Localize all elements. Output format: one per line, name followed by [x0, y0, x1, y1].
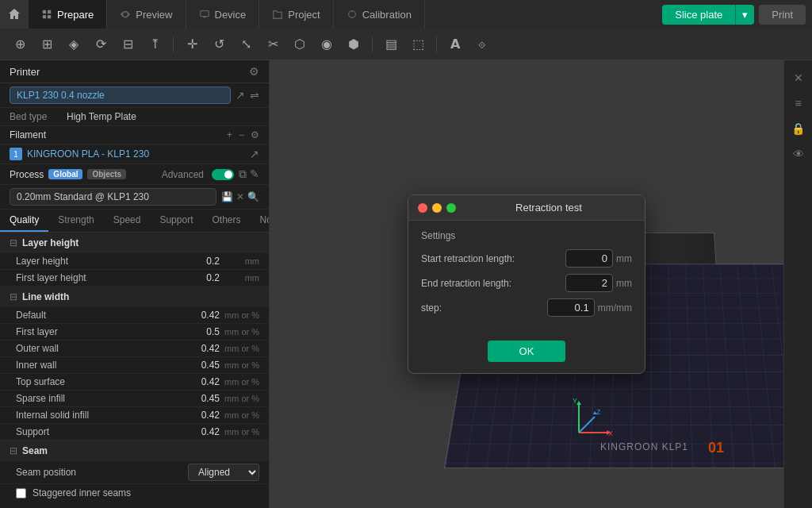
quality-tabs: Quality Strength Speed Support Others No…	[0, 210, 269, 233]
process-copy-icon[interactable]: ⧉	[239, 167, 247, 181]
sparse-infill-lw-value[interactable]: 0.45	[172, 393, 220, 404]
rp-close-icon[interactable]: ✕	[787, 67, 810, 89]
start-retraction-input[interactable]	[565, 249, 613, 267]
tab-quality[interactable]: Quality	[0, 210, 48, 232]
preset-close-icon[interactable]: ✕	[236, 191, 244, 202]
support-icon[interactable]: ⤒	[143, 33, 167, 56]
outer-wall-lw-value[interactable]: 0.42	[172, 343, 220, 354]
rp-lock-icon[interactable]: 🔒	[787, 117, 810, 140]
tab-prepare[interactable]: Prepare	[29, 0, 107, 29]
wireframe-icon[interactable]: ⬚	[406, 33, 430, 56]
seam-position-select[interactable]: Aligned Rear Random Nearest	[188, 464, 259, 481]
tab-others[interactable]: Others	[202, 210, 250, 232]
outer-wall-lw-row: Outer wall 0.42 mm or %	[0, 341, 269, 357]
tab-preview[interactable]: Preview	[107, 0, 186, 29]
advanced-toggle[interactable]	[212, 169, 234, 180]
layer-height-group-header: ⊟ Layer height	[0, 233, 269, 253]
end-retraction-input[interactable]	[565, 274, 613, 292]
filament-remove-icon[interactable]: −	[239, 129, 244, 140]
preset-save-icon[interactable]: 💾	[221, 191, 233, 202]
default-lw-value[interactable]: 0.42	[172, 310, 220, 321]
internal-solid-lw-value[interactable]: 0.42	[172, 410, 220, 421]
tab-calibration[interactable]: Calibration	[334, 0, 425, 29]
layer-view-icon[interactable]: ▤	[379, 33, 403, 56]
scale-icon[interactable]: ⤡	[234, 33, 258, 56]
start-retraction-row: Start retraction length: mm	[421, 249, 632, 267]
home-button[interactable]	[0, 0, 29, 29]
minimize-traffic-light[interactable]	[432, 203, 442, 213]
layer-height-group-icon: ⊟	[10, 237, 17, 248]
settings-scroll[interactable]: ⊟ Layer height Layer height 0.2 mm First…	[0, 233, 269, 508]
tab-notes[interactable]: Notes	[250, 210, 270, 232]
start-retraction-input-group: mm	[565, 249, 632, 267]
step-input[interactable]	[547, 298, 595, 317]
filament-add-icon[interactable]: +	[227, 129, 232, 140]
filament-link-icon[interactable]: ↗	[250, 148, 259, 160]
tab-support[interactable]: Support	[150, 210, 202, 232]
slice-plate-button[interactable]: Slice plate	[662, 5, 735, 25]
inner-wall-lw-value[interactable]: 0.45	[172, 360, 220, 371]
preset-search-icon[interactable]: 🔍	[247, 191, 259, 202]
first-layer-lw-value[interactable]: 0.5	[172, 326, 220, 337]
support-lw-unit: mm or %	[220, 427, 259, 437]
ok-button[interactable]: OK	[488, 341, 566, 362]
close-traffic-light[interactable]	[418, 203, 427, 213]
rp-layers-icon[interactable]: ≡	[787, 92, 810, 114]
layer-height-unit: mm	[220, 256, 259, 266]
first-layer-lw-label: First layer	[16, 326, 172, 337]
top-surface-lw-value[interactable]: 0.42	[172, 376, 220, 387]
support-lw-value[interactable]: 0.42	[172, 426, 220, 437]
printer-link-icon[interactable]: ↗	[236, 89, 245, 102]
seam-group-icon: ⊟	[10, 445, 17, 456]
printer-name-field[interactable]: KLP1 230 0.4 nozzle	[10, 87, 231, 104]
rp-eye-icon[interactable]: 👁	[787, 143, 810, 165]
global-badge[interactable]: Global	[48, 169, 82, 179]
seam-icon[interactable]: ◉	[315, 33, 339, 56]
viewport[interactable]: X Y Z KINGROON KLP1 01 R	[270, 60, 783, 508]
filament-actions: + − ⚙	[227, 129, 259, 140]
tab-project[interactable]: Project	[259, 0, 333, 29]
sparse-infill-lw-row: Sparse infill 0.45 mm or %	[0, 391, 269, 407]
staggered-seams-checkbox[interactable]	[16, 488, 26, 498]
rotate-icon[interactable]: ↺	[207, 33, 231, 56]
inner-wall-lw-unit: mm or %	[220, 360, 259, 370]
internal-solid-lw-unit: mm or %	[220, 410, 259, 420]
first-layer-height-value[interactable]: 0.2	[172, 272, 220, 283]
cut-icon[interactable]: ✂	[261, 33, 285, 56]
move-icon[interactable]: ✛	[180, 33, 204, 56]
filament-name[interactable]: KINGROON PLA - KLP1 230	[27, 148, 250, 160]
tab-strength[interactable]: Strength	[48, 210, 103, 232]
support-paint-icon[interactable]: ⬢	[342, 33, 366, 56]
paint-icon[interactable]: ⬡	[288, 33, 312, 56]
maximize-traffic-light[interactable]	[446, 203, 456, 213]
left-sidebar: Printer ⚙ KLP1 230 0.4 nozzle ↗ ⇌ Bed ty…	[0, 60, 270, 508]
slice-icon[interactable]: ◈	[62, 33, 86, 56]
arrange-icon[interactable]: ⊟	[116, 33, 140, 56]
preset-select[interactable]: 0.20mm Standard @ KLP1 230	[10, 188, 216, 206]
filament-settings-icon[interactable]: ⚙	[251, 129, 259, 140]
preset-row: 0.20mm Standard @ KLP1 230 💾 ✕ 🔍	[0, 185, 269, 210]
grid-icon[interactable]: ⊞	[35, 33, 59, 56]
staggered-seams-label: Staggered inner seams	[33, 487, 131, 498]
tab-speed[interactable]: Speed	[104, 210, 151, 232]
seam-group-title: Seam	[22, 445, 48, 456]
print-button[interactable]: Print	[759, 5, 806, 25]
objects-badge[interactable]: Objects	[87, 169, 126, 179]
step-input-group: mm/mm	[547, 298, 632, 317]
tab-device[interactable]: Device	[186, 0, 260, 29]
mesh-icon[interactable]: ⟐	[470, 33, 494, 56]
printer-refresh-icon[interactable]: ⇌	[250, 89, 259, 102]
layer-height-value[interactable]: 0.2	[172, 256, 220, 267]
add-object-icon[interactable]: ⊕	[8, 33, 32, 56]
text-icon[interactable]: 𝗔	[443, 33, 467, 56]
seam-group-header: ⊟ Seam	[0, 441, 269, 461]
process-edit-icon[interactable]: ✎	[250, 167, 259, 181]
sparse-infill-lw-unit: mm or %	[220, 394, 259, 403]
filament-number: 1	[10, 148, 22, 160]
orient-icon[interactable]: ⟳	[89, 33, 113, 56]
modal-footer: OK	[408, 333, 645, 373]
modal-settings-label: Settings	[421, 230, 632, 241]
printer-settings-icon[interactable]: ⚙	[249, 65, 259, 78]
step-row: step: mm/mm	[421, 298, 632, 317]
slice-dropdown-button[interactable]: ▾	[735, 5, 754, 25]
